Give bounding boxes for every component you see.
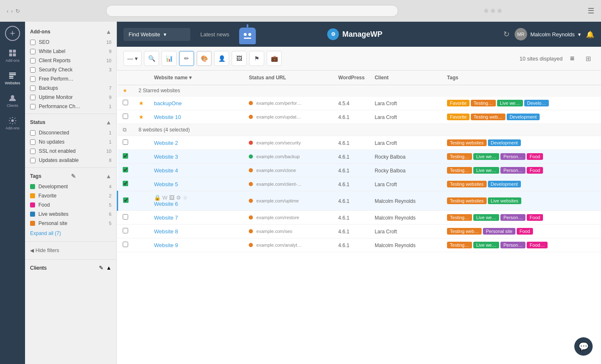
bulk-action-button[interactable]: — ▾ [124, 51, 141, 66]
notification-bell[interactable]: 🔔 [586, 30, 594, 38]
row-checkbox-cell[interactable] [118, 225, 134, 238]
row-checkbox[interactable] [123, 167, 128, 172]
row-checkbox-cell[interactable] [118, 164, 134, 177]
grid-view-button[interactable]: ⊞ [582, 52, 594, 65]
row-star-cell[interactable] [134, 177, 149, 191]
addon-filter-item[interactable]: Free Perform… [25, 74, 116, 83]
website-name-link[interactable]: backupOne [154, 100, 182, 106]
row-checkbox[interactable] [123, 214, 128, 220]
clients-toggle[interactable]: ▲ [106, 265, 111, 271]
row-star-cell[interactable] [134, 238, 149, 252]
status-checkbox[interactable] [30, 149, 35, 154]
status-filter-item[interactable]: No updates 1 [25, 137, 116, 147]
th-website-name[interactable]: Website name ▾ [149, 71, 244, 85]
status-checkbox[interactable] [30, 139, 35, 145]
forward-button[interactable]: › [11, 8, 13, 14]
settings-icon[interactable]: ⚙ [176, 195, 181, 201]
status-filter-item[interactable]: SSL not enabled 10 [25, 147, 116, 156]
edit-button[interactable]: ✏ [179, 51, 194, 66]
browser-menu[interactable]: ☰ [588, 6, 594, 15]
sidebar-item-overview[interactable]: Add-ons [2, 45, 23, 66]
addon-checkbox[interactable] [30, 49, 35, 54]
wp-icon[interactable]: W [162, 195, 167, 201]
addon-checkbox[interactable] [30, 104, 35, 109]
website-name-link[interactable]: Website 9 [154, 242, 178, 248]
addon-filter-item[interactable]: SEO 10 [25, 38, 116, 47]
row-checkbox[interactable] [123, 181, 128, 186]
expand-all-button[interactable]: Expand all (7) [25, 228, 116, 239]
row-checkbox-cell[interactable] [118, 177, 134, 191]
addon-checkbox[interactable] [30, 40, 35, 45]
website-name-link[interactable]: Website 2 [154, 140, 178, 146]
row-checkbox-cell[interactable] [118, 150, 134, 164]
addon-filter-item[interactable]: White Label 9 [25, 47, 116, 56]
back-button[interactable]: ‹ [7, 8, 8, 14]
sidebar-item-addons[interactable]: Add-ons [2, 113, 23, 134]
tags-edit[interactable]: ✎ [71, 173, 76, 179]
website-name-link[interactable]: Website 7 [154, 215, 178, 221]
tag-filter-item[interactable]: Favorite 2 [25, 191, 116, 200]
addon-filter-item[interactable]: Backups 7 [25, 83, 116, 93]
row-checkbox-cell[interactable] [118, 238, 134, 252]
status-checkbox[interactable] [30, 158, 35, 163]
row-star-cell[interactable] [134, 211, 149, 225]
lock-icon[interactable]: 🔒 [154, 195, 161, 201]
tag-filter-item[interactable]: Personal site 5 [25, 219, 116, 228]
status-checkbox[interactable] [30, 130, 35, 136]
clients-edit[interactable]: ✎ [99, 265, 104, 271]
row-checkbox-cell[interactable] [118, 136, 134, 150]
latest-news-button[interactable]: Latest news [195, 28, 234, 41]
theme-button[interactable]: 🎨 [197, 51, 212, 66]
addon-checkbox[interactable] [30, 58, 35, 63]
hide-filters-button[interactable]: ◀ Hide filters [25, 244, 116, 257]
sidebar-item-clients[interactable]: Clients [2, 90, 23, 111]
addon-checkbox[interactable] [30, 86, 35, 91]
star-icon[interactable]: ☆ [183, 195, 188, 201]
website-name-link[interactable]: Website 5 [154, 181, 178, 187]
find-website-dropdown[interactable]: Find Website ▾ [124, 28, 190, 41]
list-view-button[interactable]: ≡ [566, 52, 578, 65]
row-checkbox[interactable] [123, 153, 128, 159]
analytics-button[interactable]: 📊 [162, 51, 177, 66]
tag-filter-item[interactable]: Live websites 6 [25, 210, 116, 219]
website-name-link[interactable]: Website 6 [154, 201, 178, 207]
addon-filter-item[interactable]: Security Check 3 [25, 65, 116, 74]
website-name-link[interactable]: Website 3 [154, 154, 178, 160]
search-button[interactable]: 🔍 [144, 51, 159, 66]
website-name-link[interactable]: Website 8 [154, 228, 178, 235]
row-star-cell[interactable] [134, 150, 149, 164]
addon-checkbox[interactable] [30, 67, 35, 73]
flag-button[interactable]: ⚑ [249, 51, 264, 66]
row-checkbox[interactable] [123, 114, 128, 119]
addons-toggle[interactable]: ▲ [106, 28, 111, 35]
row-checkbox[interactable] [123, 100, 128, 105]
row-checkbox[interactable] [123, 228, 128, 233]
addon-filter-item[interactable]: Performance Ch… 1 [25, 102, 116, 111]
row-checkbox-cell[interactable] [118, 110, 134, 124]
sidebar-item-websites[interactable]: Websites [2, 68, 23, 88]
addon-checkbox[interactable] [30, 95, 35, 100]
row-checkbox-cell[interactable] [118, 191, 134, 211]
status-filter-item[interactable]: Disconnected 1 [25, 128, 116, 137]
row-checkbox[interactable] [123, 242, 128, 247]
briefcase-button[interactable]: 💼 [267, 51, 282, 66]
website-name-link[interactable]: Website 4 [154, 167, 178, 174]
image-icon[interactable]: 🖼 [169, 195, 174, 201]
refresh-button[interactable]: ↻ [15, 8, 20, 14]
addon-filter-item[interactable]: Uptime Monitor 9 [25, 93, 116, 102]
user-menu[interactable]: MR Malcolm Reynolds ▾ [515, 28, 581, 40]
row-star-cell[interactable]: ★ [134, 96, 149, 110]
row-star-cell[interactable]: ★ [134, 110, 149, 124]
chat-bubble-button[interactable]: 💬 [574, 337, 593, 356]
add-website-button[interactable]: + [5, 26, 20, 41]
media-button[interactable]: 🖼 [232, 51, 247, 66]
tag-filter-item[interactable]: Food 5 [25, 200, 116, 210]
row-star-cell[interactable] [134, 191, 149, 211]
tags-toggle[interactable]: ▲ [106, 173, 111, 179]
status-filter-item[interactable]: Updates available 8 [25, 156, 116, 165]
row-star-cell[interactable] [134, 136, 149, 150]
row-checkbox[interactable] [123, 197, 129, 203]
header-refresh-button[interactable]: ↻ [503, 30, 510, 39]
row-star-cell[interactable] [134, 225, 149, 238]
addon-checkbox[interactable] [30, 76, 35, 82]
